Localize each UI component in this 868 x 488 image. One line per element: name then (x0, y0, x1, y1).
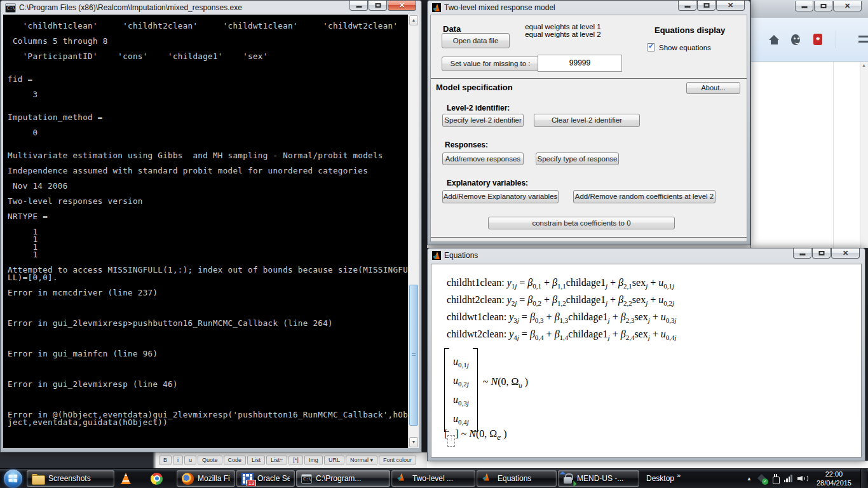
taskbar-item-vlc[interactable] (116, 470, 145, 487)
specify-type-button[interactable]: Specify type of response (536, 152, 619, 165)
add-explanatory-button[interactable]: Add/Remove Explanatory variables (442, 190, 559, 203)
console-icon (301, 474, 312, 484)
matlab-icon (432, 3, 441, 12)
add-remove-responses-button[interactable]: Add/remove responses (442, 152, 524, 165)
model-window: Two-level mixed response model ✕ Data Op… (427, 0, 750, 245)
menu-icon[interactable] (858, 36, 868, 44)
about-button[interactable]: About... (686, 82, 740, 94)
taskbar-item-matlab-model[interactable]: Two-level ... (391, 470, 475, 487)
editor-button[interactable]: Quote (198, 456, 222, 464)
console-title: C:\Program Files (x86)\Realcom\Imputatio… (19, 3, 242, 12)
equations-title: Equations (444, 251, 478, 260)
clear-level2-button[interactable]: Clear level-2 identifier (534, 114, 640, 127)
editor-button[interactable]: B (159, 456, 172, 464)
taskbar-item-chrome[interactable] (146, 470, 175, 487)
taskbar-item-matlab-eq[interactable]: Equations (477, 470, 557, 487)
equations-window: Equations ✕ childht1clean: y1j = β0,1 + … (427, 248, 865, 461)
explanatory-label: Explanatory variables: (447, 179, 528, 187)
background-sliver (427, 461, 868, 468)
firefox-titlebar: ✕ (751, 0, 868, 18)
set-missing-value-button[interactable]: Set value for missing to : (442, 57, 539, 71)
firefox-toolbar: * (751, 18, 868, 62)
specify-level2-button[interactable]: Specify level-2 identifier (442, 114, 524, 127)
model-spec-header: Model specification (436, 83, 513, 92)
show-desktop-button[interactable] (860, 469, 867, 488)
show-equations-checkbox[interactable] (647, 43, 655, 51)
editor-button[interactable]: Font colour (379, 456, 416, 464)
equation: childwt1clean: y3j = β0,3 + β1,3childage… (447, 311, 677, 329)
constrain-beta-button[interactable]: constrain beta coefficients to 0 (488, 217, 675, 229)
close-button[interactable]: ✕ (833, 1, 862, 11)
taskbar-item-label: Oracle Sec... (257, 474, 290, 483)
scrollbar-thumb[interactable] (409, 285, 418, 426)
e-distribution: [⋮] ~ N(0, Ωe ) (444, 428, 506, 447)
equation: childht1clean: y1j = β0,1 + β1,1childage… (447, 277, 677, 294)
lastpass-icon[interactable]: * (813, 34, 823, 45)
scroll-up-button[interactable]: ▲ (409, 15, 418, 25)
console-text: 'childht1clean' 'childht2clean' 'childwt… (8, 22, 408, 426)
network-signal-icon[interactable] (784, 475, 792, 482)
antispy-icon[interactable]: ✓ (757, 473, 767, 484)
taskbar-item-oracle[interactable]: 13Oracle Sec... (236, 470, 295, 487)
minimize-button[interactable] (678, 1, 696, 11)
scroll-down-button[interactable]: ▼ (409, 437, 418, 447)
chevron-icon: » (677, 471, 681, 479)
editor-button[interactable]: URL (324, 456, 344, 464)
editor-button[interactable]: Img (304, 456, 323, 464)
clock[interactable]: 22:00 28/04/2015 (813, 470, 855, 487)
restore-button[interactable] (814, 1, 832, 11)
show-equations-label: Show equations (659, 44, 711, 51)
model-client-area: Data Open data file equal weights at lev… (430, 15, 747, 242)
editor-button[interactable]: [*] (288, 456, 303, 464)
editor-button[interactable]: Code (224, 456, 247, 464)
minimize-button[interactable] (349, 1, 368, 11)
chat-smiley-icon[interactable] (791, 34, 800, 45)
add-random-coeff-button[interactable]: Add/Remove random coefficients at level … (573, 190, 715, 203)
chrome-icon (151, 473, 163, 485)
start-button[interactable] (3, 469, 24, 488)
desktop-label: Desktop (646, 474, 674, 483)
editor-button[interactable]: u (184, 456, 196, 464)
equation: childht2clean: y2j = β0,2 + β1,2childage… (447, 294, 677, 311)
editor-toolbar: BiuQuoteCodeListList=[*]ImgURLNormal ▾Fo… (159, 456, 416, 464)
firefox-scrollbar[interactable] (860, 62, 868, 248)
weights-note: equal weights at level 1 equal weights a… (506, 23, 620, 38)
close-button[interactable]: ✕ (716, 1, 745, 11)
toolbar-separator (836, 30, 836, 48)
matlab-icon (397, 473, 409, 485)
equation: childwt2clean: y4j = β0,4 + β1,4childage… (447, 329, 677, 346)
editor-button[interactable]: Normal ▾ (346, 456, 377, 464)
volume-icon[interactable] (797, 474, 808, 483)
desktop-toolbar[interactable]: Desktop » (646, 474, 681, 483)
taskbar-item-screenshots[interactable]: Screenshots (27, 470, 114, 487)
close-button[interactable]: ✕ (831, 248, 860, 259)
clock-date: 28/04/2015 (817, 478, 851, 487)
hidden-icons-arrow[interactable]: ▲ (747, 476, 752, 482)
editor-button[interactable]: i (173, 456, 183, 464)
taskbar-item-firefox[interactable]: Mozilla Fir... (177, 470, 235, 487)
equations-display-header: Equations display (654, 25, 725, 35)
taskbar-item-label: Two-level ... (412, 474, 453, 483)
page-divider (833, 62, 834, 248)
restore-button[interactable] (812, 248, 831, 259)
minimize-button[interactable] (795, 1, 813, 11)
taskbar-item-label: Equations (498, 474, 531, 483)
taskbar-item-console[interactable]: C:\Program... (296, 470, 390, 487)
restore-button[interactable] (369, 1, 387, 11)
u-vector: u0,1ju0,2ju0,3ju0,4j (444, 348, 478, 432)
missing-value-input[interactable]: 99999 (538, 55, 622, 72)
editor-button[interactable]: List (247, 456, 265, 464)
minimize-button[interactable] (793, 248, 811, 259)
home-icon[interactable] (769, 35, 778, 44)
taskbar-item-mend[interactable]: MEND-US -... (558, 470, 639, 487)
console-window: C:\Program Files (x86)\Realcom\Imputatio… (0, 0, 422, 452)
open-data-file-button[interactable]: Open data file (442, 33, 510, 48)
separator (431, 237, 747, 238)
power-plug-icon[interactable] (772, 474, 779, 484)
close-button[interactable]: ✕ (388, 1, 416, 11)
console-icon (5, 3, 16, 13)
console-scrollbar[interactable]: ▲ ▼ (408, 15, 419, 448)
data-section-header: Data (443, 24, 461, 34)
maximize-button[interactable] (697, 1, 715, 11)
editor-button[interactable]: List= (266, 456, 287, 464)
